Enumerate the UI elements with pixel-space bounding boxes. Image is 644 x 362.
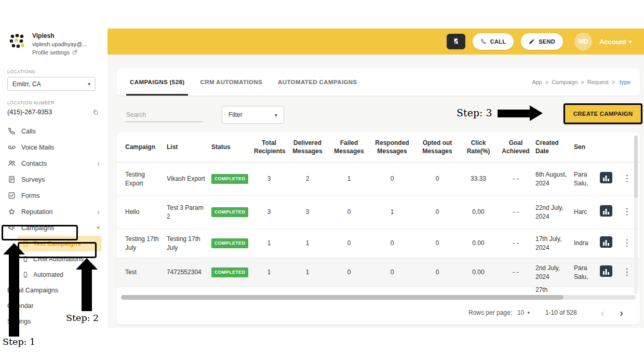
copy-icon[interactable] — [92, 109, 99, 115]
horizontal-scrollbar-thumb[interactable] — [121, 295, 564, 300]
horizontal-scrollbar[interactable] — [121, 295, 636, 300]
cell-failed: 0 — [331, 268, 370, 276]
vertical-scrollbar[interactable] — [634, 136, 638, 294]
sidebar-item-campaigns[interactable]: Campaigns ▾ — [0, 220, 107, 236]
filter-dropdown[interactable]: Filter ▾ — [222, 106, 284, 124]
location-select[interactable]: Emitrr, CA ▾ — [7, 77, 96, 91]
cell-goal: - - — [499, 268, 535, 276]
sidebar-item-reputation[interactable]: Reputation › — [0, 204, 107, 220]
cell-goal: - - — [499, 208, 535, 216]
toolbar: Filter ▾ — [117, 104, 640, 126]
cell-campaign: Testing 17th July — [125, 235, 167, 251]
sidebar-item-label: Voice Mails — [21, 144, 54, 151]
table-row-partial[interactable]: 27th — [117, 287, 640, 293]
cell-failed: 1 — [331, 175, 370, 183]
cell-total-recipients: 1 — [254, 239, 287, 247]
breadcrumb-item[interactable]: App — [532, 79, 542, 85]
sidebar-item-surveys[interactable]: Surveys — [0, 171, 107, 187]
table-row[interactable]: Testing 17th July Testing 17th July COMP… — [117, 229, 640, 258]
table-header-row: Campaign List Status Total Recipients De… — [117, 132, 640, 163]
campaigns-table-card: Campaign List Status Total Recipients De… — [117, 132, 640, 325]
profile-settings-link[interactable]: Profile settings — [32, 49, 87, 56]
bookmark-button[interactable] — [447, 34, 465, 49]
table-row[interactable]: Test 7472552304 COMPLETED 1 1 0 0 0 0.00… — [117, 258, 640, 287]
analytics-chart-icon[interactable] — [600, 172, 612, 183]
breadcrumb-item[interactable]: Campaign — [552, 79, 578, 85]
cell-responded: 1 — [370, 208, 417, 216]
chevron-down-icon: ▾ — [629, 39, 632, 45]
sidebar-item-contacts[interactable]: Contacts › — [0, 155, 107, 171]
cell-analytics — [600, 236, 621, 250]
cell-analytics — [600, 172, 621, 185]
avatar[interactable]: MD — [574, 33, 592, 50]
cell-opted-out: 0 — [417, 239, 461, 247]
location-number-value: (415)-267-9353 — [7, 109, 52, 116]
sidebar-item-label: Surveys — [21, 176, 45, 183]
cell-status: COMPLETED — [211, 267, 254, 277]
call-button[interactable]: CALL — [473, 33, 514, 50]
tab-campaigns[interactable]: CAMPAIGNS (528) — [122, 69, 192, 96]
vertical-scrollbar-thumb[interactable] — [634, 136, 638, 198]
column-header: Click Rate(%) — [461, 139, 499, 155]
sidebar-subitem-label: Automated — [33, 271, 63, 278]
cell-click-rate: 33.33 — [461, 175, 499, 183]
form-check-icon — [7, 191, 16, 200]
cell-opted-out: 0 — [417, 208, 461, 216]
sidebar-item-forms[interactable]: Forms — [0, 187, 107, 204]
rows-per-page-select[interactable]: 10 ▾ — [517, 309, 530, 316]
sidebar-item-calls[interactable]: Calls — [0, 123, 107, 139]
cell-responded: 0 — [370, 175, 417, 183]
create-campaign-button[interactable]: CREATE CAMPAIGN — [564, 103, 642, 124]
cell-list: Testing 17th July — [167, 235, 211, 251]
chevron-down-icon: ▾ — [527, 310, 530, 315]
sidebar-item-label: Forms — [21, 192, 39, 199]
locations-label: LOCATIONS — [7, 69, 107, 74]
annotation-step1-label: Step: 1 — [3, 337, 35, 347]
app-logo-icon — [7, 32, 27, 52]
chevron-down-icon: ▾ — [88, 81, 90, 87]
table-row[interactable]: Hello Test 3 Param 2 COMPLETED 3 3 0 1 0… — [117, 196, 640, 229]
table-row[interactable]: Testing Export Vikash Export COMPLETED 3… — [117, 163, 640, 196]
next-page-button[interactable]: › — [614, 307, 628, 318]
cell-list: Test 3 Param 2 — [167, 204, 211, 220]
breadcrumb-current[interactable]: :type — [618, 79, 630, 85]
cell-sent-by: Harc — [574, 208, 600, 216]
sidebar-subitem-text-campaigns[interactable]: Text Campaigns — [18, 236, 102, 251]
status-badge: COMPLETED — [211, 207, 248, 217]
breadcrumb: App > Campaign > Request > :type — [532, 69, 630, 96]
cell-total-recipients: 1 — [254, 268, 287, 276]
column-header: Status — [211, 143, 254, 152]
previous-page-button[interactable]: ‹ — [596, 307, 610, 318]
cell-delivered: 2 — [287, 175, 331, 183]
analytics-chart-icon[interactable] — [600, 205, 612, 217]
cell-failed: 0 — [331, 239, 370, 247]
annotation-arrow-step3 — [498, 105, 543, 121]
tab-automated-campaigns[interactable]: AUTOMATED CAMPAIGNS — [270, 69, 365, 96]
filter-label: Filter — [229, 111, 243, 118]
tab-crm-automations[interactable]: CRM AUTOMATIONS — [192, 69, 270, 96]
cell-status: COMPLETED — [211, 174, 254, 183]
bookmark-slash-icon — [452, 37, 460, 46]
send-button-label: SEND — [539, 38, 555, 45]
annotation-arrow-step2 — [76, 258, 98, 311]
account-menu[interactable]: Account ▾ — [599, 38, 632, 46]
analytics-chart-icon[interactable] — [600, 265, 612, 277]
breadcrumb-item[interactable]: Request — [587, 79, 609, 85]
column-header: Goal Achieved — [499, 139, 535, 155]
sidebar-item-label: Campaigns — [21, 224, 54, 232]
send-button[interactable]: SEND — [521, 33, 563, 50]
column-header: Total Recipients — [254, 139, 287, 155]
document-icon — [7, 175, 16, 184]
search-input[interactable] — [125, 108, 203, 122]
topbar: CALL SEND MD Account ▾ — [108, 29, 644, 55]
analytics-chart-icon[interactable] — [600, 236, 612, 248]
annotation-step3-label: Step: 3 — [457, 107, 492, 118]
cell-analytics — [600, 205, 621, 219]
sidebar-item-voice-mails[interactable]: Voice Mails — [0, 139, 107, 155]
cell-responded: 0 — [370, 239, 417, 247]
cell-created-date: 22nd July, 2024 — [535, 204, 574, 220]
profile-settings-label: Profile settings — [32, 49, 70, 56]
cell-click-rate: 0.00 — [461, 208, 499, 216]
chevron-right-icon: › — [97, 159, 100, 168]
breadcrumb-separator: > — [545, 79, 548, 85]
